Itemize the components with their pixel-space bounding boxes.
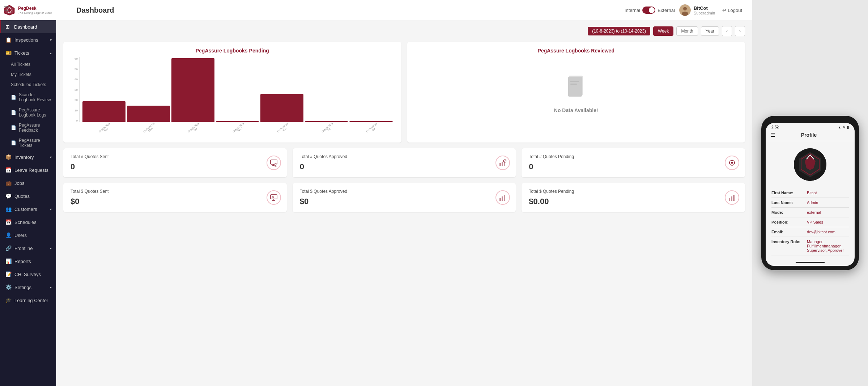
- chi-icon: 📝: [5, 271, 12, 277]
- sidebar-item-scheduled-tickets[interactable]: Scheduled Tickets: [0, 80, 56, 90]
- sidebar: PegDesk The Cutting Edge of Clean ⊞ Dash…: [0, 0, 56, 386]
- bar-group-wed: [216, 57, 259, 122]
- sidebar-item-quotes[interactable]: 💬 Quotes: [0, 190, 56, 203]
- period-year-button[interactable]: Year: [701, 26, 719, 36]
- scan-icon: 📄: [11, 95, 16, 100]
- sidebar-item-pegassure-feedback[interactable]: 📄 PegAssure Feedback: [0, 120, 56, 135]
- sidebar-item-learning-center[interactable]: 🎓 Learning Center: [0, 294, 56, 307]
- peg-tickets-icon: 📄: [11, 140, 16, 145]
- reviewed-chart-card: PegAssure Logbooks Reviewed No Data Avai…: [407, 42, 745, 143]
- sidebar-item-frontline[interactable]: 🔗 Frontline ▾: [0, 242, 56, 255]
- toggle-external-label: External: [658, 8, 675, 13]
- sidebar-item-jobs[interactable]: 💼 Jobs: [0, 177, 56, 190]
- sidebar-item-schedules[interactable]: 📆 Schedules: [0, 216, 56, 229]
- logout-icon: ↩: [722, 8, 726, 13]
- sidebar-item-customers[interactable]: 👥 Customers ▾: [0, 203, 56, 216]
- period-week-button[interactable]: Week: [653, 26, 673, 36]
- stats-row-2: Total $ Quotes Sent $0 $ Total $ Quotes …: [63, 183, 745, 212]
- stat-dollar-icon-0: $: [267, 190, 281, 205]
- sidebar-item-scan-logbook[interactable]: 📄 Scan for Logbook Review: [0, 90, 56, 105]
- phone-avatar: [794, 148, 826, 181]
- sidebar-label-learning: Learning Center: [14, 298, 48, 303]
- stat-card-quotes-pending: Total # Quotes Pending 0: [522, 148, 745, 177]
- no-data-container: No Data Available!: [413, 57, 740, 130]
- internal-external-toggle[interactable]: [642, 7, 655, 14]
- sidebar-item-tickets[interactable]: 🎫 Tickets ▴: [0, 46, 56, 59]
- pegassure-logs-label: PegAssure Logbook Logs: [19, 107, 52, 118]
- profile-row-3: Position: VP Sales: [771, 217, 849, 227]
- sidebar-item-dashboard[interactable]: ⊞ Dashboard: [0, 20, 56, 33]
- profile-key-3: Position:: [771, 220, 804, 224]
- profile-val-1: Admin: [807, 200, 818, 205]
- stat-label-2: Total # Quotes Pending: [529, 154, 738, 159]
- sidebar-item-inspections[interactable]: 📋 Inspections ▾: [0, 33, 56, 46]
- date-range-badge[interactable]: (10-8-2023) to (10-14-2023): [588, 27, 650, 35]
- stat-icon-0: [267, 156, 281, 170]
- svg-rect-28: [502, 196, 503, 201]
- stat-value-1: 0: [300, 162, 509, 171]
- schedules-icon: 📆: [5, 219, 12, 225]
- sidebar-item-chi-surveys[interactable]: 📝 CHI Surveys: [0, 268, 56, 281]
- profile-val-5: Manager, Fulfillmentmanager, Supervisor,…: [807, 239, 849, 253]
- sidebar-label-tickets: Tickets: [14, 50, 29, 56]
- phone-status-icons: ▲ ≋ ▮: [838, 126, 849, 129]
- phone-bottom-bar: [766, 259, 855, 266]
- sidebar-item-users[interactable]: 👤 Users: [0, 229, 56, 242]
- svg-rect-29: [504, 195, 505, 201]
- sidebar-item-pegassure-logs[interactable]: 📄 PegAssure Logbook Logs: [0, 105, 56, 120]
- sidebar-label-inspections: Inspections: [14, 37, 38, 43]
- sidebar-item-pegassure-tickets[interactable]: 📄 PegAssure Tickets: [0, 135, 56, 150]
- users-icon: 👤: [5, 232, 12, 238]
- stat-dollar-label-1: Total $ Quotes Approved: [300, 189, 509, 194]
- profile-avatar-image: [794, 148, 826, 181]
- phone-avatar-container: [766, 141, 855, 184]
- user-name: BitCot: [694, 5, 715, 11]
- pending-chart-card: PegAssure Logbooks Pending 0 10 20 30 40…: [63, 42, 401, 143]
- sidebar-item-settings[interactable]: ⚙️ Settings ▾: [0, 281, 56, 294]
- inventory-icon: 📦: [5, 154, 12, 160]
- y-label-50: 50: [69, 68, 78, 71]
- stat-icon-1: [495, 156, 510, 170]
- profile-row-5: Inventory Role: Manager, Fulfillmentmana…: [771, 237, 849, 255]
- toggle-knob: [649, 7, 655, 13]
- mode-toggle: Internal External: [625, 7, 675, 14]
- no-data-icon: [565, 74, 587, 103]
- next-arrow-button[interactable]: ›: [735, 26, 745, 36]
- svg-rect-14: [502, 162, 503, 166]
- chevron-up-icon: ▴: [50, 51, 52, 55]
- gear-chart-icon: [728, 159, 736, 167]
- bar-group-fri: [305, 57, 348, 122]
- chart-check-icon: [499, 159, 507, 167]
- profile-row-4: Email: dev@bitcot.com: [771, 227, 849, 237]
- sidebar-label-settings: Settings: [14, 285, 31, 290]
- sidebar-item-leave-requests[interactable]: 📅 Leave Requests: [0, 164, 56, 177]
- phone-menu-icon[interactable]: ☰: [771, 132, 775, 138]
- cust-chevron-icon: ▾: [50, 207, 52, 211]
- logout-button[interactable]: ↩ Logout: [719, 6, 745, 14]
- wifi-icon: ≋: [843, 126, 846, 129]
- date-bar: (10-8-2023) to (10-14-2023) Week Month Y…: [63, 26, 745, 36]
- phone-frame: 2:52 ▲ ≋ ▮ ☰ Profile: [761, 116, 859, 270]
- stat-label-1: Total # Quotes Approved: [300, 154, 509, 159]
- period-month-button[interactable]: Month: [676, 26, 698, 36]
- bar-fri: [305, 121, 348, 122]
- right-panel: 2:52 ▲ ≋ ▮ ☰ Profile: [752, 0, 868, 386]
- svg-rect-31: [731, 196, 732, 201]
- sidebar-item-reports[interactable]: 📊 Reports: [0, 255, 56, 268]
- monitor-dollar-icon: $: [270, 194, 278, 202]
- sidebar-item-my-tickets[interactable]: My Tickets: [0, 69, 56, 80]
- svg-text:$: $: [272, 195, 274, 199]
- logout-label: Logout: [728, 8, 742, 13]
- bar-group-tue: [171, 57, 214, 122]
- svg-rect-13: [499, 163, 501, 166]
- y-label-40: 40: [69, 78, 78, 81]
- leave-icon: 📅: [5, 167, 12, 173]
- sidebar-item-all-tickets[interactable]: All Tickets: [0, 59, 56, 69]
- battery-icon: ▮: [847, 126, 849, 129]
- sidebar-item-inventory[interactable]: 📦 Inventory ▾: [0, 150, 56, 164]
- stat-card-quotes-sent: Total # Quotes Sent 0: [63, 148, 287, 177]
- sidebar-label-chi: CHI Surveys: [14, 272, 41, 277]
- prev-arrow-button[interactable]: ‹: [722, 26, 732, 36]
- user-info: BitCot Superadmin: [679, 4, 715, 16]
- y-label-60: 60: [69, 57, 78, 60]
